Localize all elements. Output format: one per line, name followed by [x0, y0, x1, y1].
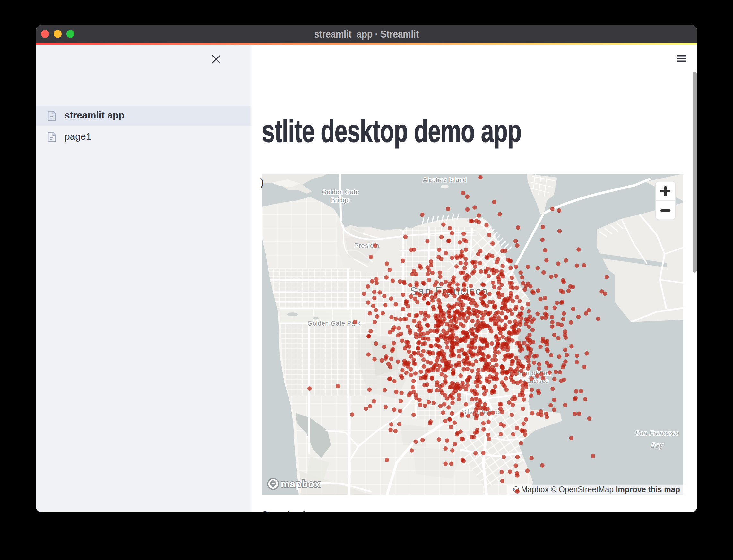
svg-text:Bridge: Bridge	[331, 197, 350, 204]
svg-text:mapbox: mapbox	[281, 478, 320, 490]
svg-text:Alcatraz Island: Alcatraz Island	[423, 176, 467, 183]
svg-text:San Francisco: San Francisco	[635, 429, 679, 437]
svg-text:Golden Gate Park: Golden Gate Park	[308, 320, 361, 327]
svg-text:© Mapbox © OpenStreetMap Impro: © Mapbox © OpenStreetMap Improve this ma…	[513, 485, 680, 494]
svg-text:Bay: Bay	[651, 442, 663, 449]
svg-text:Golden Gate: Golden Gate	[322, 188, 359, 196]
